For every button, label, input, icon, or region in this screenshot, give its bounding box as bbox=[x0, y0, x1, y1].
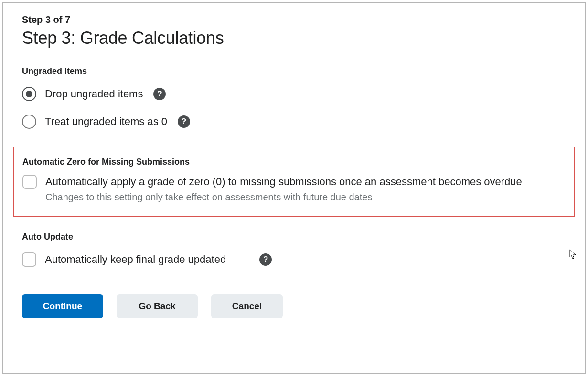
cancel-button[interactable]: Cancel bbox=[211, 294, 283, 318]
radio-row-drop-ungraded: Drop ungraded items ? bbox=[22, 87, 566, 101]
go-back-button[interactable]: Go Back bbox=[117, 294, 198, 318]
continue-button[interactable]: Continue bbox=[22, 294, 103, 318]
auto-zero-content: Automatically apply a grade of zero (0) … bbox=[45, 175, 522, 203]
radio-dot-icon bbox=[26, 91, 32, 97]
radio-label-drop-ungraded: Drop ungraded items bbox=[45, 88, 143, 100]
auto-zero-checkbox-row: Automatically apply a grade of zero (0) … bbox=[22, 175, 566, 203]
wizard-step-panel: Step 3 of 7 Step 3: Grade Calculations U… bbox=[2, 2, 586, 374]
auto-update-checkbox[interactable] bbox=[22, 252, 36, 267]
auto-zero-sublabel: Changes to this setting only take effect… bbox=[45, 192, 522, 203]
auto-update-heading: Auto Update bbox=[22, 232, 566, 242]
help-icon[interactable]: ? bbox=[178, 115, 190, 128]
help-icon[interactable]: ? bbox=[153, 88, 166, 100]
auto-update-label: Automatically keep final grade updated bbox=[45, 252, 226, 267]
auto-update-section: Auto Update Automatically keep final gra… bbox=[22, 232, 566, 267]
auto-zero-label: Automatically apply a grade of zero (0) … bbox=[45, 175, 522, 189]
radio-row-treat-as-zero: Treat ungraded items as 0 ? bbox=[22, 115, 566, 129]
auto-zero-checkbox[interactable] bbox=[22, 175, 37, 189]
step-title: Step 3: Grade Calculations bbox=[22, 28, 566, 48]
radio-label-treat-as-zero: Treat ungraded items as 0 bbox=[45, 115, 167, 128]
auto-zero-heading: Automatic Zero for Missing Submissions bbox=[22, 157, 566, 167]
help-icon[interactable]: ? bbox=[259, 253, 272, 266]
cursor-icon bbox=[569, 249, 577, 260]
ungraded-items-heading: Ungraded Items bbox=[22, 66, 566, 76]
ungraded-items-section: Ungraded Items Drop ungraded items ? Tre… bbox=[22, 66, 566, 129]
auto-update-row: Automatically keep final grade updated ? bbox=[22, 252, 566, 267]
auto-zero-highlight-box: Automatic Zero for Missing Submissions A… bbox=[13, 147, 575, 217]
button-row: Continue Go Back Cancel bbox=[22, 294, 566, 318]
radio-drop-ungraded[interactable] bbox=[22, 87, 36, 101]
radio-treat-as-zero[interactable] bbox=[22, 115, 36, 129]
step-indicator: Step 3 of 7 bbox=[22, 14, 566, 25]
